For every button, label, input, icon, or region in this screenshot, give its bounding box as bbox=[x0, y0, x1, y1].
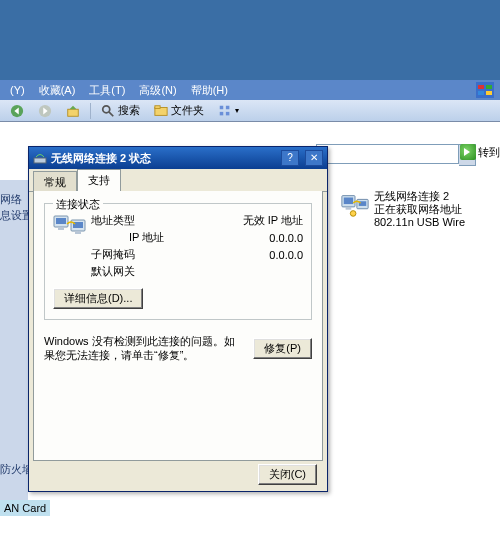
back-button[interactable] bbox=[6, 103, 28, 119]
connection-status-group: 连接状态 地址类型 无效 IP 地址 IP 地址 0.0.0.0 bbox=[44, 203, 312, 320]
card-label: AN Card bbox=[0, 500, 50, 516]
svg-rect-28 bbox=[75, 231, 81, 234]
menu-advanced[interactable]: 高级(N) bbox=[139, 83, 176, 98]
close-button[interactable]: 关闭(C) bbox=[258, 464, 317, 485]
gw-key: 默认网关 bbox=[91, 264, 135, 279]
adapter-device: 802.11n USB Wire bbox=[374, 216, 465, 229]
menu-help[interactable]: 帮助(H) bbox=[191, 83, 228, 98]
address-bar: ▾ bbox=[316, 144, 476, 162]
addr-type-key: 地址类型 bbox=[91, 213, 135, 228]
go-button[interactable]: 转到 bbox=[460, 144, 500, 160]
tab-strip: 常规 支持 bbox=[29, 169, 327, 192]
addr-type-value: 无效 IP 地址 bbox=[243, 213, 303, 228]
search-label: 搜索 bbox=[118, 103, 140, 118]
tasks-sidebar bbox=[0, 180, 28, 510]
address-input[interactable] bbox=[316, 144, 459, 164]
sidebar-net-label: 网络 bbox=[0, 192, 22, 207]
forward-button[interactable] bbox=[34, 103, 56, 119]
folders-button[interactable]: 文件夹 bbox=[150, 102, 208, 119]
help-button[interactable]: ? bbox=[281, 150, 299, 166]
diagnostic-row: Windows 没有检测到此连接的问题。如果您无法连接，请单击“修复”。 修复(… bbox=[44, 334, 312, 362]
menu-favorites[interactable]: 收藏(A) bbox=[39, 83, 76, 98]
svg-rect-13 bbox=[226, 105, 230, 109]
row-mask: 子网掩码 0.0.0.0 bbox=[53, 246, 303, 263]
explorer-menubar: (Y) 收藏(A) 工具(T) 高级(N) 帮助(H) bbox=[0, 80, 500, 100]
ip-value: 0.0.0.0 bbox=[269, 232, 303, 244]
dialog-buttons: 关闭(C) bbox=[29, 464, 327, 485]
adapter-item[interactable]: 无线网络连接 2 正在获取网络地址 802.11n USB Wire bbox=[340, 190, 465, 229]
svg-rect-15 bbox=[226, 111, 230, 115]
svg-point-8 bbox=[103, 105, 110, 112]
svg-rect-14 bbox=[220, 111, 224, 115]
go-icon bbox=[460, 144, 476, 160]
svg-rect-18 bbox=[346, 207, 352, 210]
svg-rect-12 bbox=[220, 105, 224, 109]
svg-rect-1 bbox=[478, 85, 484, 89]
svg-rect-25 bbox=[58, 227, 64, 230]
svg-rect-17 bbox=[344, 198, 353, 205]
close-x-button[interactable]: ✕ bbox=[305, 150, 323, 166]
row-gateway: 默认网关 bbox=[53, 263, 303, 280]
wireless-icon bbox=[33, 151, 47, 165]
row-ip: IP 地址 0.0.0.0 bbox=[91, 229, 303, 246]
mask-value: 0.0.0.0 bbox=[269, 249, 303, 261]
svg-rect-22 bbox=[34, 158, 46, 163]
group-legend: 连接状态 bbox=[53, 197, 103, 212]
ip-key: IP 地址 bbox=[129, 230, 164, 245]
svg-rect-24 bbox=[56, 218, 66, 224]
svg-point-21 bbox=[350, 211, 356, 217]
svg-line-9 bbox=[109, 111, 113, 115]
dialog-titlebar[interactable]: 无线网络连接 2 状态 ? ✕ bbox=[29, 147, 327, 169]
svg-rect-0 bbox=[476, 82, 494, 98]
menu-tools[interactable]: 工具(T) bbox=[89, 83, 125, 98]
tab-support[interactable]: 支持 bbox=[77, 169, 121, 192]
mask-key: 子网掩码 bbox=[91, 247, 135, 262]
menu-item[interactable]: (Y) bbox=[10, 84, 25, 96]
desktop: (Y) 收藏(A) 工具(T) 高级(N) 帮助(H) 搜索 文件夹 ▾ bbox=[0, 0, 500, 533]
status-dialog: 无线网络连接 2 状态 ? ✕ 常规 支持 连接状态 bbox=[28, 146, 328, 492]
adapter-name: 无线网络连接 2 bbox=[374, 190, 465, 203]
svg-rect-7 bbox=[68, 109, 79, 116]
windows-flag-icon bbox=[476, 82, 494, 98]
go-label: 转到 bbox=[478, 145, 500, 160]
up-button[interactable] bbox=[62, 103, 84, 119]
views-button[interactable]: ▾ bbox=[214, 103, 243, 119]
repair-button[interactable]: 修复(P) bbox=[253, 338, 312, 359]
folders-label: 文件夹 bbox=[171, 103, 204, 118]
svg-rect-11 bbox=[155, 105, 160, 108]
row-addr-type: 地址类型 无效 IP 地址 bbox=[91, 212, 303, 229]
diagnostic-message: Windows 没有检测到此连接的问题。如果您无法连接，请单击“修复”。 bbox=[44, 334, 241, 362]
tab-page-support: 连接状态 地址类型 无效 IP 地址 IP 地址 0.0.0.0 bbox=[33, 191, 323, 461]
svg-rect-3 bbox=[478, 91, 484, 95]
dialog-title: 无线网络连接 2 状态 bbox=[51, 151, 275, 166]
adapter-status: 正在获取网络地址 bbox=[374, 203, 465, 216]
explorer-toolbar: 搜索 文件夹 ▾ bbox=[0, 100, 500, 122]
details-button[interactable]: 详细信息(D)... bbox=[53, 288, 143, 309]
connection-icon bbox=[53, 212, 87, 242]
network-adapter-icon bbox=[340, 190, 370, 220]
adapter-text: 无线网络连接 2 正在获取网络地址 802.11n USB Wire bbox=[374, 190, 465, 229]
tab-general[interactable]: 常规 bbox=[33, 171, 77, 193]
search-button[interactable]: 搜索 bbox=[97, 102, 144, 119]
svg-rect-4 bbox=[486, 91, 492, 95]
svg-rect-2 bbox=[486, 85, 492, 89]
